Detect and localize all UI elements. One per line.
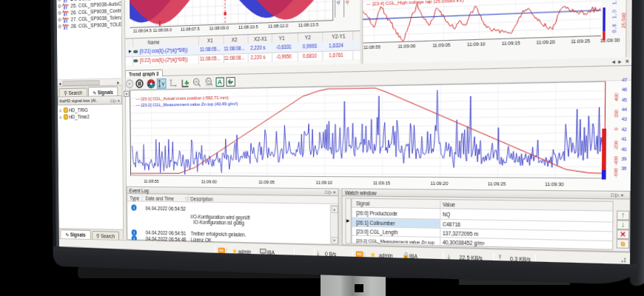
svg-text:A: A <box>218 78 222 87</box>
svg-text:Y: Y <box>161 81 165 87</box>
svg-text:XY: XY <box>64 26 68 30</box>
